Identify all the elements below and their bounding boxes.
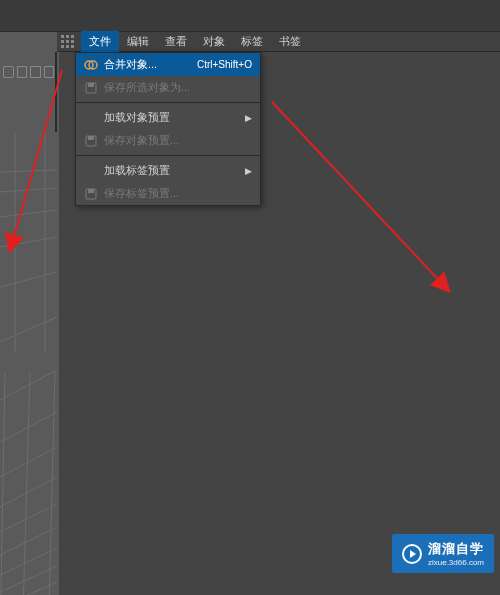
svg-line-11: [0, 527, 57, 555]
separator: [76, 155, 260, 156]
svg-line-5: [0, 317, 57, 342]
chevron-right-icon: ▶: [245, 113, 252, 123]
menu-tag[interactable]: 标签: [233, 31, 271, 52]
grid-icon[interactable]: [61, 35, 75, 49]
top-bar: [0, 0, 500, 32]
menu-item-label: 加载对象预置: [104, 110, 252, 125]
menu-item-label: 合并对象...: [104, 57, 185, 72]
watermark-url: zixue.3d66.com: [428, 558, 484, 567]
merge-icon: [84, 58, 98, 72]
svg-line-20: [48, 372, 55, 595]
menu-merge-object[interactable]: 合并对象... Ctrl+Shift+O: [76, 53, 260, 76]
viewport[interactable]: [0, 132, 57, 595]
svg-line-10: [0, 504, 57, 532]
svg-line-1: [0, 188, 57, 192]
menu-edit[interactable]: 编辑: [119, 31, 157, 52]
svg-rect-24: [88, 83, 94, 87]
file-dropdown: 合并对象... Ctrl+Shift+O 保存所选对象为... 加载对象预置 ▶…: [75, 52, 261, 206]
left-panel: [0, 52, 57, 595]
svg-line-13: [0, 566, 57, 592]
menu-item-label: 保存标签预置...: [104, 186, 252, 201]
watermark-title: 溜溜自学: [428, 540, 484, 558]
menu-load-object-preset[interactable]: 加载对象预置 ▶: [76, 106, 260, 129]
menu-item-label: 保存所选对象为...: [104, 80, 252, 95]
blank-icon: [84, 164, 98, 178]
watermark: 溜溜自学 zixue.3d66.com: [392, 534, 494, 573]
tool-icon-3[interactable]: [30, 66, 41, 78]
svg-line-18: [0, 372, 5, 595]
svg-rect-26: [88, 136, 94, 140]
play-icon: [402, 544, 422, 564]
svg-line-6: [0, 370, 57, 400]
menu-bar: 文件 编辑 查看 对象 标签 书签: [57, 32, 500, 52]
left-toolbar: [0, 62, 57, 82]
tool-icon-1[interactable]: [3, 66, 14, 78]
svg-line-9: [0, 477, 57, 507]
svg-rect-28: [88, 189, 94, 193]
svg-line-3: [0, 237, 57, 247]
separator: [76, 102, 260, 103]
menu-file[interactable]: 文件: [81, 31, 119, 52]
menu-item-label: 加载标签预置: [104, 163, 252, 178]
save-icon: [84, 81, 98, 95]
tool-icon-4[interactable]: [44, 66, 55, 78]
menu-bookmark[interactable]: 书签: [271, 31, 309, 52]
svg-line-12: [0, 548, 57, 575]
save-icon: [84, 134, 98, 148]
menu-save-object-preset[interactable]: 保存对象预置...: [76, 129, 260, 152]
blank-icon: [84, 111, 98, 125]
menu-save-selected[interactable]: 保存所选对象为...: [76, 76, 260, 99]
menu-object[interactable]: 对象: [195, 31, 233, 52]
svg-line-8: [0, 447, 57, 477]
save-icon: [84, 187, 98, 201]
svg-line-2: [0, 210, 57, 217]
menu-load-tag-preset[interactable]: 加载标签预置 ▶: [76, 159, 260, 182]
menu-view[interactable]: 查看: [157, 31, 195, 52]
menu-item-label: 保存对象预置...: [104, 133, 252, 148]
menu-shortcut: Ctrl+Shift+O: [197, 59, 252, 70]
svg-line-0: [0, 170, 57, 172]
svg-line-4: [0, 272, 57, 287]
chevron-right-icon: ▶: [245, 166, 252, 176]
menu-save-tag-preset[interactable]: 保存标签预置...: [76, 182, 260, 205]
tool-icon-2[interactable]: [17, 66, 28, 78]
